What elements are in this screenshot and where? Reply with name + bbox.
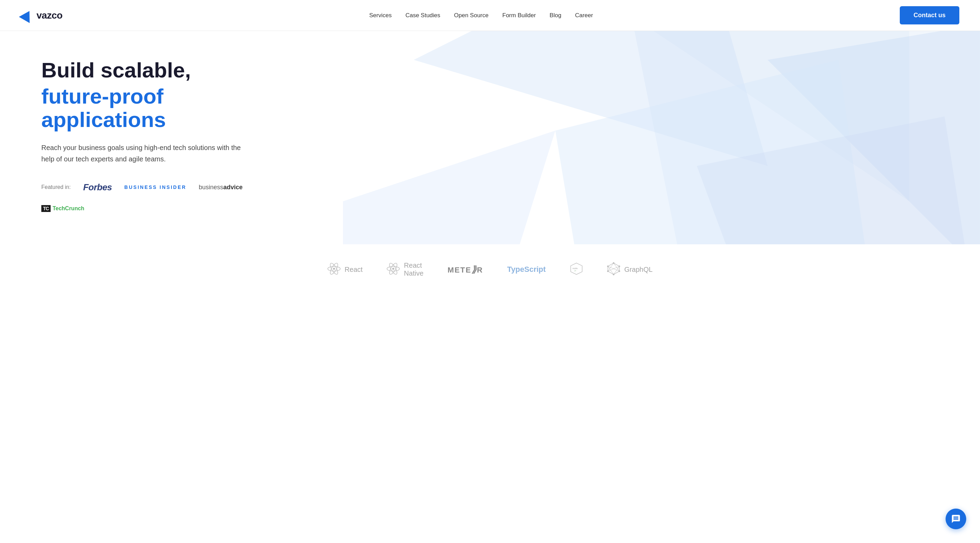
featured-in-row: Featured in: Forbes BUSINESS INSIDER bus…	[41, 182, 282, 212]
hero-background	[343, 31, 980, 245]
nodejs-icon: node js	[570, 262, 583, 277]
techcrunch-logo: TC TechCrunch	[41, 205, 84, 212]
svg-marker-6	[697, 116, 980, 245]
tech-meteor: METE⟫R	[448, 264, 483, 275]
svg-text:node: node	[572, 267, 578, 270]
nav-open-source[interactable]: Open Source	[454, 12, 488, 19]
svg-marker-3	[768, 31, 980, 245]
svg-marker-5	[343, 130, 555, 245]
tech-react: React	[328, 262, 363, 277]
brand-name: vazco	[37, 10, 62, 21]
businessadvice-logo: businessadvice	[199, 184, 242, 191]
svg-point-28	[613, 273, 615, 275]
forbes-logo: Forbes	[83, 182, 112, 193]
svg-point-10	[333, 268, 335, 270]
hero-title-line1: Build scalable,	[41, 59, 282, 82]
business-insider-logo: BUSINESS INSIDER	[124, 184, 186, 190]
hero-description: Reach your business goals using high-end…	[41, 142, 241, 165]
react-native-label: ReactNative	[404, 262, 423, 277]
nav-links: Services Case Studies Open Source Form B…	[369, 12, 593, 19]
svg-point-25	[613, 262, 615, 264]
graphql-label: GraphQL	[624, 266, 652, 273]
svg-point-29	[607, 270, 609, 272]
tech-react-native: ReactNative	[387, 262, 423, 277]
graphql-icon	[607, 262, 620, 277]
nav-case-studies[interactable]: Case Studies	[405, 12, 440, 19]
techcrunch-badge: TC	[41, 205, 51, 212]
logo-link[interactable]: vazco	[21, 10, 62, 21]
svg-marker-0	[485, 31, 909, 201]
nav-services[interactable]: Services	[369, 12, 391, 19]
meteor-logo-text: METE⟫R	[448, 264, 483, 275]
nav-form-builder[interactable]: Form Builder	[503, 12, 536, 19]
tech-typescript: TypeScript	[507, 265, 546, 274]
svg-text:js: js	[574, 270, 576, 272]
svg-marker-4	[555, 60, 874, 245]
logo-triangle-icon	[19, 8, 35, 23]
navbar: vazco Services Case Studies Open Source …	[0, 0, 980, 31]
nav-career[interactable]: Career	[575, 12, 593, 19]
svg-marker-1	[626, 31, 980, 245]
react-native-icon	[387, 262, 400, 277]
svg-point-30	[607, 266, 609, 267]
tech-graphql: GraphQL	[607, 262, 652, 277]
typescript-logo-text: TypeScript	[507, 265, 546, 274]
react-label: React	[345, 266, 363, 273]
tech-nodejs: node js	[570, 262, 583, 277]
contact-us-button[interactable]: Contact us	[900, 6, 959, 24]
tech-strip: React ReactNative METE⟫R TypeScript node…	[0, 245, 980, 295]
svg-point-14	[392, 268, 394, 270]
react-icon	[328, 262, 340, 277]
hero-section: Build scalable, future-proof application…	[0, 31, 980, 245]
featured-label: Featured in:	[41, 184, 71, 190]
hero-title-line2: future-proof applications	[41, 85, 282, 132]
svg-point-27	[619, 270, 620, 272]
hero-content: Build scalable, future-proof application…	[41, 59, 282, 212]
svg-marker-2	[414, 31, 768, 166]
svg-point-26	[619, 266, 620, 267]
nav-blog[interactable]: Blog	[550, 12, 561, 19]
techcrunch-text: TechCrunch	[52, 205, 84, 212]
